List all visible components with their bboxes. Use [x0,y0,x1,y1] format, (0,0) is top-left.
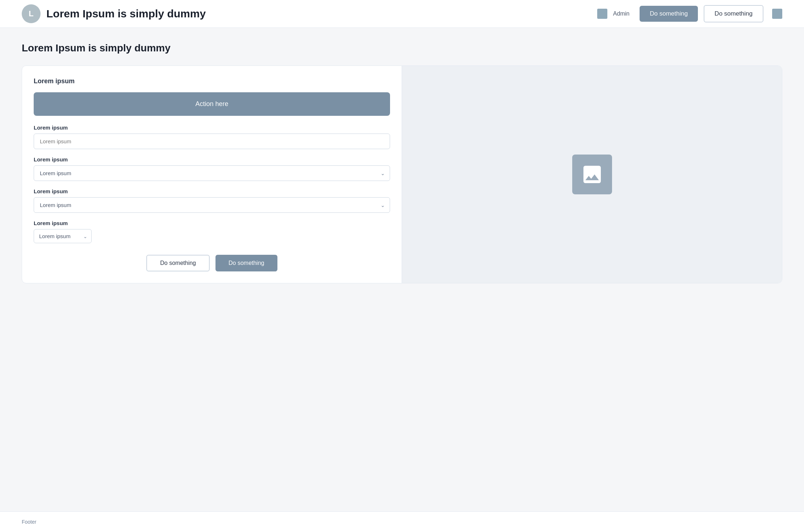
action-button[interactable]: Action here [34,92,390,116]
header-title: Lorem Ipsum is simply dummy [46,8,591,20]
field3-label: Lorem ipsum [34,188,390,194]
cancel-button[interactable]: Do something [146,255,210,271]
submit-button[interactable]: Do something [215,255,277,271]
admin-icon [597,9,607,19]
image-icon [581,163,604,186]
field1-label: Lorem ipsum [34,124,390,131]
header-primary-button[interactable]: Do something [640,6,698,22]
footer: Footer [0,511,804,532]
menu-icon[interactable] [772,9,782,19]
image-placeholder [572,155,612,194]
field2-select[interactable]: Lorem ipsum [34,165,390,181]
admin-label: Admin [613,10,629,17]
form-group-field3: Lorem ipsum Lorem ipsum ⌄ [34,188,390,213]
form-group-field1: Lorem ipsum [34,124,390,149]
form-group-field4: Lorem ipsum Lorem ipsum ⌄ [34,220,390,243]
form-actions: Do something Do something [34,255,390,271]
content-grid: Lorem ipsum Action here Lorem ipsum Lore… [22,66,782,283]
panel-title: Lorem ipsum [34,77,390,85]
field2-label: Lorem ipsum [34,156,390,162]
header-outline-button[interactable]: Do something [704,5,763,22]
main-content: Lorem Ipsum is simply dummy Lorem ipsum … [0,28,804,511]
footer-label: Footer [22,519,36,525]
right-panel [402,66,782,283]
header: L Lorem Ipsum is simply dummy Admin Do s… [0,0,804,28]
field3-select[interactable]: Lorem ipsum [34,197,390,213]
field4-select-wrapper: Lorem ipsum ⌄ [34,229,92,243]
form-group-field2: Lorem ipsum Lorem ipsum ⌄ [34,156,390,181]
page-title: Lorem Ipsum is simply dummy [22,42,782,54]
field4-label: Lorem ipsum [34,220,390,226]
field1-input[interactable] [34,134,390,149]
field4-select[interactable]: Lorem ipsum [34,229,92,243]
field2-select-wrapper: Lorem ipsum ⌄ [34,165,390,181]
field3-select-wrapper: Lorem ipsum ⌄ [34,197,390,213]
logo-avatar: L [22,4,41,23]
left-panel: Lorem ipsum Action here Lorem ipsum Lore… [22,66,402,283]
